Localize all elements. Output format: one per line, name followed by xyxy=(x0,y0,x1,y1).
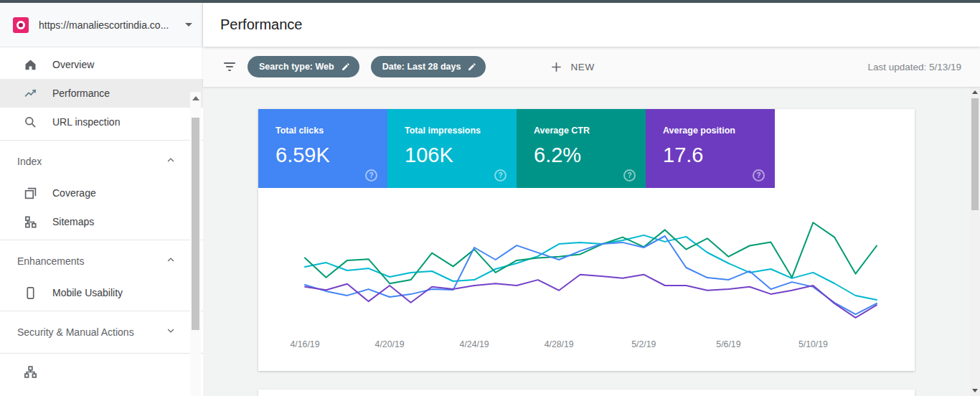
card-value: 17.6 xyxy=(663,143,775,167)
sitemaps-icon xyxy=(23,214,37,229)
divider xyxy=(0,140,203,141)
filter-icon[interactable] xyxy=(223,62,236,71)
chart-region: 4/16/194/20/194/24/194/28/195/2/195/6/19… xyxy=(258,188,915,371)
performance-icon xyxy=(23,86,37,100)
total-impressions-card[interactable]: Total impressions 106K ? xyxy=(387,109,517,188)
help-icon[interactable]: ? xyxy=(623,169,636,182)
divider xyxy=(0,240,203,240)
x-axis-tick-label: 5/2/19 xyxy=(631,339,656,349)
mobile-icon xyxy=(23,286,37,300)
new-filter-button[interactable]: NEW xyxy=(546,60,598,74)
sidebar-item-coverage[interactable]: Coverage xyxy=(0,179,203,207)
sidebar-item-label: Mobile Usability xyxy=(52,287,123,298)
settings-icon xyxy=(23,393,37,396)
card-value: 6.2% xyxy=(534,143,646,167)
x-axis-tick-label: 4/28/19 xyxy=(545,339,574,349)
section-label: Index xyxy=(17,156,42,167)
main-scrollbar-thumb[interactable] xyxy=(971,98,979,210)
scroll-up-arrow-icon[interactable] xyxy=(192,96,199,100)
property-url: https://manaliescortindia.co... xyxy=(39,19,181,31)
sidebar-item-partial[interactable] xyxy=(0,386,203,396)
search-icon xyxy=(23,115,37,129)
site-favicon-icon xyxy=(13,17,29,33)
sidebar-item-sitemaps[interactable]: Sitemaps xyxy=(0,207,203,236)
page-title: Performance xyxy=(220,16,303,33)
edit-pencil-icon xyxy=(467,62,476,72)
filter-toolbar: Search type: Web Date: Last 28 days NEW … xyxy=(203,47,980,87)
chevron-down-icon xyxy=(185,23,192,27)
sidebar-section-index[interactable]: Index xyxy=(0,144,203,179)
chip-label: Search type: Web xyxy=(259,62,334,72)
card-value: 6.59K xyxy=(275,143,387,167)
x-axis-tick-label: 4/20/19 xyxy=(375,339,405,349)
chart-line-3 xyxy=(305,275,877,318)
edit-pencil-icon xyxy=(341,62,350,72)
chevron-down-icon xyxy=(166,326,176,339)
card-label: Average position xyxy=(663,126,775,136)
sidebar-section-security[interactable]: Security & Manual Actions xyxy=(0,315,203,349)
divider xyxy=(0,311,203,311)
sidebar-section-enhancements[interactable]: Enhancements xyxy=(0,244,203,278)
sidebar-item-label: Coverage xyxy=(52,187,96,199)
next-panel-partial xyxy=(258,390,915,396)
sidebar-item-performance[interactable]: Performance xyxy=(0,79,203,108)
performance-chart: 4/16/194/20/194/24/194/28/195/2/195/6/19… xyxy=(258,188,915,371)
x-axis-tick-label: 5/10/19 xyxy=(798,339,828,349)
sidebar-item-mobile-usability[interactable]: Mobile Usability xyxy=(0,278,203,307)
plus-icon xyxy=(550,61,562,73)
help-icon[interactable]: ? xyxy=(365,169,377,182)
sidebar-nav: Overview Performance URL inspection Inde… xyxy=(0,47,203,396)
x-axis-tick-label: 4/24/19 xyxy=(460,339,489,349)
sidebar-item-url-inspection[interactable]: URL inspection xyxy=(0,108,203,136)
main-scrollbar[interactable] xyxy=(970,87,980,396)
sidebar-scrollbar[interactable] xyxy=(190,92,201,396)
page-header: Performance xyxy=(203,3,980,47)
property-selector[interactable]: https://manaliescortindia.co... xyxy=(0,3,203,47)
chevron-up-icon xyxy=(166,155,176,168)
home-icon xyxy=(23,57,37,72)
total-clicks-card[interactable]: Total clicks 6.59K ? xyxy=(258,109,387,188)
sidebar-item-label: Performance xyxy=(52,88,110,99)
scroll-down-arrow-icon[interactable] xyxy=(972,389,978,392)
card-label: Total impressions xyxy=(405,126,517,136)
main-area: Performance Search type: Web Date: Last … xyxy=(203,3,980,396)
sidebar-item-label: Sitemaps xyxy=(52,216,94,227)
performance-panel: Total clicks 6.59K ? Total impressions 1… xyxy=(258,109,915,371)
divider xyxy=(0,353,203,354)
card-value: 106K xyxy=(405,143,517,167)
content-area: Total clicks 6.59K ? Total impressions 1… xyxy=(203,87,980,396)
coverage-icon xyxy=(23,186,37,200)
chip-label: Date: Last 28 days xyxy=(382,62,461,72)
card-label: Total clicks xyxy=(275,126,387,136)
sidebar-item-label: Overview xyxy=(52,59,94,70)
x-axis-tick-label: 5/6/19 xyxy=(716,339,740,349)
window-top-strip xyxy=(0,0,980,3)
sidebar-scrollbar-thumb[interactable] xyxy=(192,118,199,330)
sidebar-item-overview[interactable]: Overview xyxy=(0,50,203,79)
average-ctr-card[interactable]: Average CTR 6.2% ? xyxy=(517,109,646,188)
chevron-up-icon xyxy=(166,255,176,268)
search-type-chip[interactable]: Search type: Web xyxy=(248,56,359,77)
sidebar-item-label: URL inspection xyxy=(52,116,120,128)
date-filter-chip[interactable]: Date: Last 28 days xyxy=(371,56,486,77)
x-axis-tick-label: 4/16/19 xyxy=(290,339,319,349)
last-updated-text: Last updated: 5/13/19 xyxy=(867,62,961,72)
left-panel: https://manaliescortindia.co... Overview… xyxy=(0,3,203,396)
scroll-up-arrow-icon[interactable] xyxy=(972,90,978,94)
sidebar-item-links[interactable] xyxy=(0,357,203,386)
card-label: Average CTR xyxy=(534,126,646,136)
chart-line-2 xyxy=(305,222,877,283)
help-icon[interactable]: ? xyxy=(494,169,507,182)
new-button-label: NEW xyxy=(570,62,594,72)
links-icon xyxy=(23,364,37,379)
section-label: Enhancements xyxy=(17,255,84,267)
help-icon[interactable]: ? xyxy=(753,169,765,182)
search-console-app: https://manaliescortindia.co... Overview… xyxy=(0,0,980,396)
section-label: Security & Manual Actions xyxy=(17,326,134,338)
metric-cards: Total clicks 6.59K ? Total impressions 1… xyxy=(258,109,915,188)
average-position-card[interactable]: Average position 17.6 ? xyxy=(646,109,775,188)
